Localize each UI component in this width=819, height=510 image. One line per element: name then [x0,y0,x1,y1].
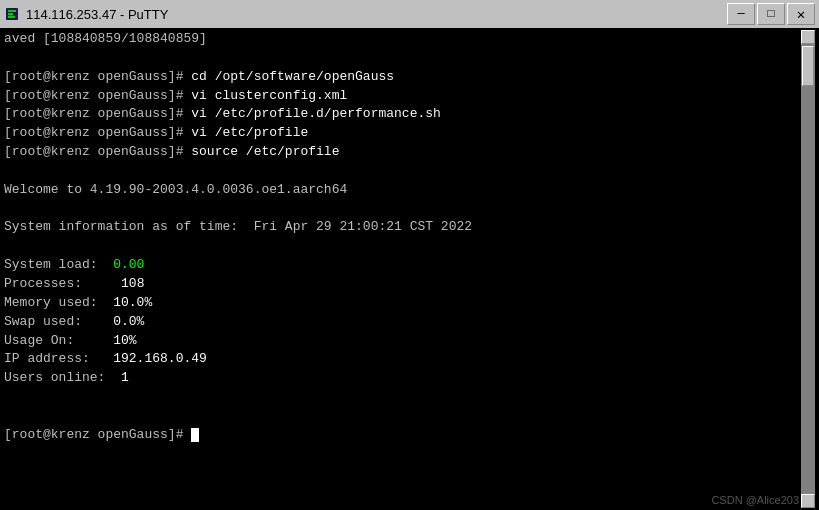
scrollbar[interactable]: ▲ ▼ [801,30,815,508]
terminal-line: Users online: 1 [4,369,801,388]
watermark: CSDN @Alice203 [711,494,799,506]
terminal-line: System information as of time: Fri Apr 2… [4,218,801,237]
terminal-line [4,200,801,219]
terminal-line [4,237,801,256]
terminal-line [4,407,801,426]
terminal-line: [root@krenz openGauss]# source /etc/prof… [4,143,801,162]
svg-rect-3 [8,16,15,18]
terminal-line: Processes: 108 [4,275,801,294]
terminal-line: System load: 0.00 [4,256,801,275]
terminal-line: IP address: 192.168.0.49 [4,350,801,369]
terminal-line [4,388,801,407]
title-bar: 114.116.253.47 - PuTTY — □ ✕ [0,0,819,28]
terminal-line: Swap used: 0.0% [4,313,801,332]
title-controls: — □ ✕ [727,3,815,25]
scroll-up-button[interactable]: ▲ [801,30,815,44]
svg-rect-2 [8,13,13,15]
terminal-line: [root@krenz openGauss]# vi clusterconfig… [4,87,801,106]
window-title: 114.116.253.47 - PuTTY [26,7,168,22]
scroll-down-button[interactable]: ▼ [801,494,815,508]
close-button[interactable]: ✕ [787,3,815,25]
terminal-cursor [191,428,199,442]
terminal-line: [root@krenz openGauss]# [4,426,801,445]
scroll-thumb[interactable] [802,46,814,86]
minimize-button[interactable]: — [727,3,755,25]
restore-button[interactable]: □ [757,3,785,25]
terminal-window: aved [108840859/108840859] [root@krenz o… [0,28,819,510]
terminal-line: Welcome to 4.19.90-2003.4.0.0036.oe1.aar… [4,181,801,200]
terminal-line [4,162,801,181]
terminal-line: Usage On: 10% [4,332,801,351]
terminal-line: Memory used: 10.0% [4,294,801,313]
svg-rect-1 [8,10,16,12]
title-left: 114.116.253.47 - PuTTY [4,6,168,22]
terminal-line: [root@krenz openGauss]# vi /etc/profile.… [4,105,801,124]
putty-icon [4,6,20,22]
terminal-line [4,49,801,68]
terminal-content[interactable]: aved [108840859/108840859] [root@krenz o… [4,30,801,508]
terminal-line: aved [108840859/108840859] [4,30,801,49]
terminal-line: [root@krenz openGauss]# vi /etc/profile [4,124,801,143]
terminal-line: [root@krenz openGauss]# cd /opt/software… [4,68,801,87]
